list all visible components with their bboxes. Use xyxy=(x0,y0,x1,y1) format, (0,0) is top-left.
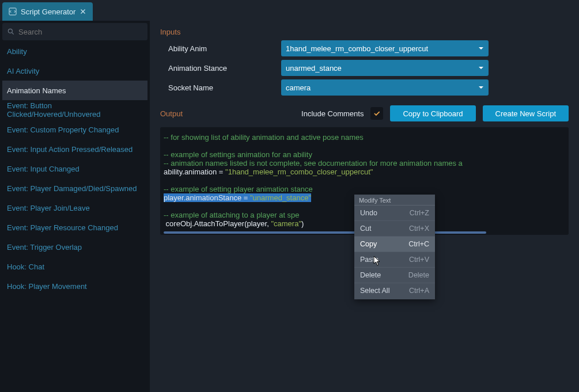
sidebar-item[interactable]: Event: Input Changed xyxy=(2,159,147,178)
chevron-down-icon xyxy=(478,45,484,51)
code-comment: -- example of attaching to a player at s… xyxy=(164,211,300,219)
menu-item-shortcut: Delete xyxy=(408,271,429,279)
output-heading: Output xyxy=(160,109,183,118)
context-menu-item[interactable]: UndoCtrl+Z xyxy=(354,205,435,220)
create-new-script-button[interactable]: Create New Script xyxy=(483,105,569,121)
code-comment: -- example of settings animation for an … xyxy=(164,150,312,159)
inputs-heading: Inputs xyxy=(160,28,569,36)
menu-item-shortcut: Ctrl+V xyxy=(409,256,429,264)
sidebar-item[interactable]: Event: Player Damaged/Died/Spawned xyxy=(2,178,147,198)
menu-item-label: Cut xyxy=(360,224,371,233)
input-dropdown[interactable]: camera xyxy=(281,79,489,96)
context-menu-item[interactable]: DeleteDelete xyxy=(354,267,435,283)
context-menu-item[interactable]: PasteCtrl+V xyxy=(354,252,435,267)
code-string: "1hand_melee_rm_combo_closer_uppercut" xyxy=(225,168,373,176)
sidebar-item[interactable]: Hook: Player Movement xyxy=(2,276,147,296)
code-text: ability.animation = xyxy=(164,168,225,176)
svg-point-1 xyxy=(8,29,12,33)
search-icon xyxy=(7,28,15,36)
search-box[interactable] xyxy=(2,23,147,40)
code-text: coreObj.AttachToPlayer(player, xyxy=(164,219,271,228)
input-dropdown[interactable]: unarmed_stance xyxy=(281,60,489,76)
context-menu-item[interactable]: Select AllCtrl+A xyxy=(354,283,435,298)
sidebar-item[interactable]: Event: Input Action Pressed/Released xyxy=(2,139,147,159)
input-row: Socket Namecamera xyxy=(160,78,569,97)
sidebar-item[interactable]: Animation Names xyxy=(2,81,147,100)
check-icon xyxy=(373,109,381,117)
menu-item-shortcut: Ctrl+C xyxy=(408,240,429,248)
input-label: Animation Stance xyxy=(160,64,275,73)
menu-item-label: Paste xyxy=(360,256,379,264)
sidebar-item[interactable]: Ability xyxy=(2,41,147,61)
input-dropdown[interactable]: 1hand_melee_rm_combo_closer_uppercut xyxy=(281,40,489,56)
search-input[interactable] xyxy=(18,28,143,36)
code-text: ) xyxy=(301,219,304,228)
code-comment: -- for showing list of ability animation… xyxy=(164,133,364,142)
window-tab[interactable]: Script Generator xyxy=(2,2,93,21)
sidebar-item[interactable]: Event: Player Join/Leave xyxy=(2,198,147,218)
chevron-down-icon xyxy=(478,85,484,90)
dropdown-value: unarmed_stance xyxy=(286,64,342,73)
copy-to-clipboard-button[interactable]: Copy to Clipboard xyxy=(390,105,475,121)
input-label: Socket Name xyxy=(160,83,275,92)
script-icon xyxy=(8,7,17,16)
menu-item-shortcut: Ctrl+Z xyxy=(410,209,429,217)
dropdown-value: 1hand_melee_rm_combo_closer_uppercut xyxy=(286,44,428,53)
code-comment: -- example of setting player animation s… xyxy=(164,185,313,193)
dropdown-value: camera xyxy=(286,83,311,92)
selected-text: player.animationStance = "unarmed_stance… xyxy=(164,193,311,202)
tab-title: Script Generator xyxy=(21,7,75,16)
menu-item-label: Select All xyxy=(360,287,389,295)
include-comments-label: Include Comments xyxy=(301,109,364,118)
sidebar-item[interactable]: Hook: Chat xyxy=(2,257,147,276)
code-string: "camera" xyxy=(271,219,301,228)
sidebar: AbilityAI ActivityAnimation NamesEvent: … xyxy=(0,21,150,392)
input-row: Animation Stanceunarmed_stance xyxy=(160,58,569,78)
sidebar-item[interactable]: Event: Trigger Overlap xyxy=(2,237,147,257)
menu-item-label: Delete xyxy=(360,271,381,279)
sidebar-item[interactable]: Event: Player Resource Changed xyxy=(2,218,147,237)
context-menu-item[interactable]: CopyCtrl+C xyxy=(354,236,435,252)
input-label: Ability Anim xyxy=(160,44,275,53)
menu-item-label: Undo xyxy=(360,209,377,217)
menu-item-shortcut: Ctrl+X xyxy=(409,224,429,233)
context-menu-title: Modify Text xyxy=(354,195,435,205)
sidebar-item[interactable]: Event: Button Clicked/Hovered/Unhovered xyxy=(2,100,147,120)
sidebar-item[interactable]: Event: Custom Property Changed xyxy=(2,120,147,139)
input-row: Ability Anim1hand_melee_rm_combo_closer_… xyxy=(160,39,569,58)
close-icon[interactable] xyxy=(79,7,87,16)
code-comment: -- animation names listed is not complet… xyxy=(164,159,463,168)
menu-item-label: Copy xyxy=(360,240,377,248)
sidebar-item[interactable]: AI Activity xyxy=(2,61,147,81)
scroll-thumb[interactable] xyxy=(164,231,486,234)
menu-item-shortcut: Ctrl+A xyxy=(409,287,429,295)
context-menu: Modify Text UndoCtrl+ZCutCtrl+XCopyCtrl+… xyxy=(354,195,435,299)
include-comments-checkbox[interactable] xyxy=(370,107,383,120)
chevron-down-icon xyxy=(478,65,484,71)
context-menu-item[interactable]: CutCtrl+X xyxy=(354,220,435,236)
